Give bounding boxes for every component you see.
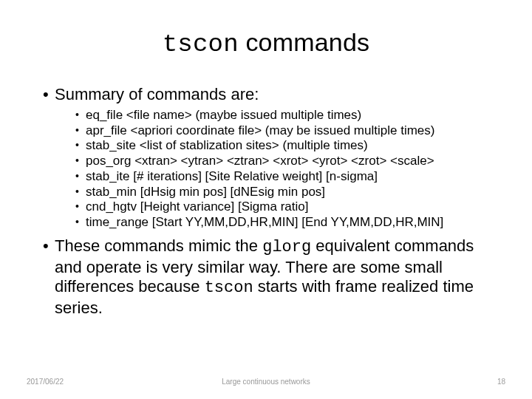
summary-item: Summary of commands are: eq_file <file n… [43, 85, 489, 231]
para-glorg: glorg [262, 238, 311, 256]
summary-label: Summary of commands are: [55, 85, 259, 103]
title-cmd: tscon [163, 30, 239, 58]
list-item: time_range [Start YY,MM,DD,HR,MIN] [End … [75, 215, 489, 231]
paragraph-item: These commands mimic the glorg equivalen… [43, 236, 489, 318]
title-rest: commands [239, 28, 370, 56]
list-item: stab_ite [# iterations] [Site Relative w… [75, 169, 489, 185]
list-item: apr_file <apriori coordinate file> (may … [75, 123, 489, 139]
footer-page-number: 18 [497, 378, 505, 386]
para-text-1: These commands mimic the [55, 236, 262, 255]
list-item: stab_min [dHsig min pos] [dNEsig min pos… [75, 185, 489, 200]
footer-center: Large continuous networks [0, 378, 532, 386]
list-item: stab_site <list of stablization sites> (… [75, 138, 489, 154]
slide: tscon commands Summary of commands are: … [0, 0, 532, 399]
para-tscon: tscon [205, 279, 253, 297]
list-item: eq_file <file name> (maybe issued multip… [75, 108, 489, 123]
list-item: pos_org <xtran> <ytran> <ztran> <xrot> <… [75, 154, 489, 169]
slide-title: tscon commands [43, 28, 489, 58]
commands-list: eq_file <file name> (maybe issued multip… [55, 108, 489, 231]
body-list: Summary of commands are: eq_file <file n… [43, 85, 489, 318]
list-item: cnd_hgtv [Height variance] [Sigma ratio] [75, 200, 489, 215]
